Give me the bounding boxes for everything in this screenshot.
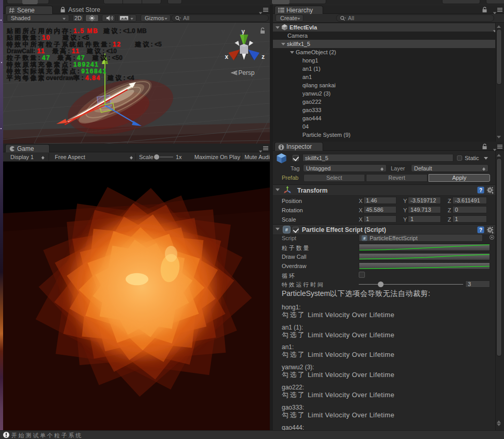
- svg-text:#: #: [363, 236, 366, 241]
- svg-text:?: ?: [479, 227, 482, 233]
- svg-text:z: z: [262, 53, 265, 60]
- svg-text:y: y: [241, 28, 245, 35]
- svg-text:#: #: [285, 227, 288, 232]
- svg-text:x: x: [225, 53, 228, 60]
- svg-text:?: ?: [479, 187, 482, 193]
